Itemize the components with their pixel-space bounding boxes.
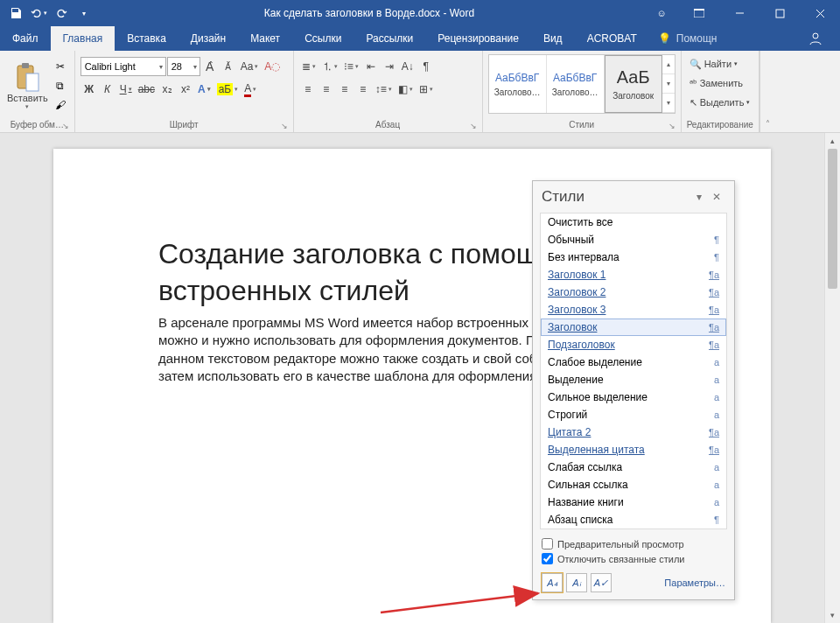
preview-checkbox[interactable]: Предварительный просмотр <box>542 536 725 551</box>
styles-pane-item[interactable]: Абзац списка¶ <box>541 511 726 528</box>
replace-button[interactable]: ᵃᵇЗаменить <box>687 74 753 93</box>
style-item-title[interactable]: АаБ Заголовок <box>605 55 662 113</box>
redo-button[interactable] <box>51 3 72 24</box>
align-right-button[interactable]: ≡ <box>336 80 354 99</box>
styles-pane-item[interactable]: Без интервала¶ <box>541 248 726 266</box>
font-launcher[interactable]: ↘ <box>281 122 288 130</box>
feedback-button[interactable]: ☺ <box>644 0 679 26</box>
sort-button[interactable]: A↓ <box>399 57 416 76</box>
tab-insert[interactable]: Вставка <box>115 26 178 51</box>
line-spacing-button[interactable]: ↕≡▾ <box>373 80 395 99</box>
styles-pane-clear-all[interactable]: Очистить все <box>541 214 726 231</box>
align-center-button[interactable]: ≡ <box>318 80 335 99</box>
styles-pane-item[interactable]: Заголовок 3¶a <box>541 301 726 318</box>
maximize-button[interactable] <box>760 0 800 26</box>
tab-review[interactable]: Рецензирование <box>425 26 531 51</box>
styles-pane-item[interactable]: Выделениеa <box>541 371 726 388</box>
style-item-heading2[interactable]: АаБбВвГ Заголово… <box>489 55 547 113</box>
tab-design[interactable]: Дизайн <box>178 26 238 51</box>
styles-pane-item[interactable]: Слабое выделениеa <box>541 354 726 371</box>
new-style-button[interactable]: A₄ <box>542 573 563 592</box>
collapse-ribbon-button[interactable]: ˄ <box>760 51 775 132</box>
styles-pane-item[interactable]: Цитата 2¶a <box>541 424 726 441</box>
bullets-button[interactable]: ≣▾ <box>299 57 318 76</box>
vertical-scrollbar[interactable]: ▴ ▾ <box>824 133 840 623</box>
scroll-up-button[interactable]: ▴ <box>825 133 840 149</box>
bold-button[interactable]: Ж <box>80 80 98 99</box>
styles-pane-close-button[interactable]: ✕ <box>708 191 725 203</box>
cut-button[interactable]: ✂ <box>52 58 69 75</box>
shading-button[interactable]: ◧▾ <box>396 80 416 99</box>
tab-file[interactable]: Файл <box>0 26 51 51</box>
increase-indent-button[interactable]: ⇥ <box>381 57 398 76</box>
styles-pane-options-button[interactable]: ▾ <box>690 191 708 203</box>
align-left-button[interactable]: ≡ <box>299 80 317 99</box>
styles-pane-item[interactable]: Сильная ссылкаa <box>541 476 726 494</box>
tab-mailings[interactable]: Рассылки <box>354 26 425 51</box>
style-inspector-button[interactable]: Aᵢ <box>566 573 587 592</box>
styles-pane-item[interactable]: Сильное выделениеa <box>541 388 726 406</box>
styles-pane-item[interactable]: Подзаголовок¶a <box>541 336 726 354</box>
tab-layout[interactable]: Макет <box>238 26 292 51</box>
tab-home[interactable]: Главная <box>51 26 116 51</box>
clear-formatting-button[interactable]: A◌ <box>262 57 283 76</box>
styles-pane-item[interactable]: Выделенная цитата¶a <box>541 441 726 458</box>
styles-pane-item[interactable]: Строгийa <box>541 406 726 424</box>
copy-button[interactable]: ⧉ <box>52 77 69 94</box>
styles-pane-item[interactable]: Слабая ссылкаa <box>541 458 726 476</box>
change-case-button[interactable]: Aa▾ <box>238 57 262 76</box>
minimize-button[interactable] <box>719 0 760 26</box>
justify-button[interactable]: ≡ <box>354 80 372 99</box>
styles-pane-item[interactable]: Заголовок 1¶a <box>541 266 726 284</box>
styles-pane-item[interactable]: Заголовок 2¶a <box>541 284 726 301</box>
undo-button[interactable]: ▾ <box>28 3 49 24</box>
subscript-button[interactable]: x₂ <box>158 80 176 99</box>
styles-gallery[interactable]: АаБбВвГ Заголово… АаБбВвГ Заголово… АаБ … <box>488 54 676 114</box>
borders-button[interactable]: ⊞▾ <box>416 80 436 99</box>
styles-scroll-down[interactable]: ▾ <box>662 74 675 94</box>
shrink-font-button[interactable]: Ǎ <box>220 57 237 76</box>
underline-button[interactable]: Ч▾ <box>117 80 135 99</box>
tab-view[interactable]: Вид <box>531 26 575 51</box>
tab-references[interactable]: Ссылки <box>292 26 354 51</box>
grow-font-button[interactable]: Â <box>201 57 219 76</box>
numbering-button[interactable]: ⒈▾ <box>319 57 340 76</box>
font-size-combo[interactable]: 28▾ <box>167 57 200 76</box>
save-button[interactable] <box>5 3 26 24</box>
styles-pane-item[interactable]: Название книгиa <box>541 494 726 511</box>
scroll-down-button[interactable]: ▾ <box>825 607 840 623</box>
scroll-thumb[interactable] <box>828 149 837 289</box>
font-name-combo[interactable]: Calibri Light▾ <box>80 57 166 76</box>
disable-linked-checkbox[interactable]: Отключить связанные стили <box>542 551 725 566</box>
italic-button[interactable]: К <box>99 80 116 99</box>
select-button[interactable]: ↖Выделить▾ <box>687 93 753 112</box>
text-effects-button[interactable]: A▾ <box>195 80 214 99</box>
styles-expand[interactable]: ▾ <box>662 94 675 113</box>
highlight-button[interactable]: aБ▾ <box>214 80 242 99</box>
close-button[interactable] <box>800 0 840 26</box>
tell-me-search[interactable]: 💡 Помощн <box>649 26 726 51</box>
multilevel-list-button[interactable]: ⁝≡▾ <box>341 57 361 76</box>
styles-pane-item[interactable]: Обычный¶ <box>541 231 726 248</box>
styles-pane-item[interactable]: Заголовок¶a <box>541 318 726 336</box>
qat-customize-button[interactable]: ▾ <box>74 3 94 24</box>
paragraph-launcher[interactable]: ↘ <box>470 122 477 130</box>
styles-scroll-up[interactable]: ▴ <box>662 55 675 74</box>
clipboard-launcher[interactable]: ↘ <box>62 122 69 130</box>
paste-button[interactable]: Вставить ▾ <box>5 52 50 118</box>
ribbon-display-button[interactable] <box>679 0 719 26</box>
font-color-button[interactable]: A▾ <box>242 80 259 99</box>
replace-icon: ᵃᵇ <box>690 78 697 89</box>
strikethrough-button[interactable]: abc <box>136 80 158 99</box>
format-painter-button[interactable]: 🖌 <box>52 96 69 114</box>
styles-pane-params-link[interactable]: Параметры… <box>664 578 725 588</box>
manage-styles-button[interactable]: A✓ <box>591 573 612 592</box>
superscript-button[interactable]: x² <box>177 80 194 99</box>
sign-in-button[interactable] <box>791 26 840 51</box>
show-marks-button[interactable]: ¶ <box>417 57 435 76</box>
tab-acrobat[interactable]: ACROBAT <box>575 26 649 51</box>
styles-launcher[interactable]: ↘ <box>668 122 676 130</box>
decrease-indent-button[interactable]: ⇤ <box>362 57 380 76</box>
find-button[interactable]: 🔍Найти▾ <box>687 54 753 74</box>
style-item-heading3[interactable]: АаБбВвГ Заголово… <box>547 55 605 113</box>
